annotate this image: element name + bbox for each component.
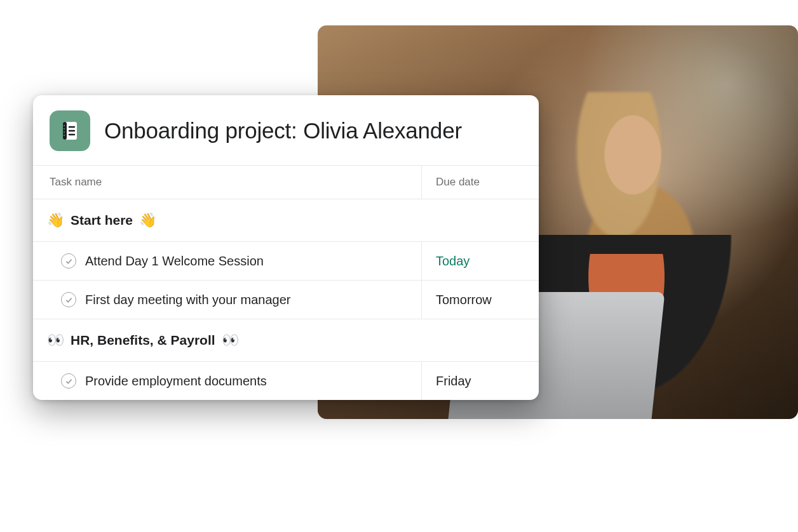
check-circle-icon[interactable]	[61, 253, 76, 269]
wave-emoji: 👋	[139, 212, 156, 229]
section-title: Start here	[71, 213, 133, 228]
notebook-icon	[59, 120, 81, 142]
project-icon	[50, 110, 90, 151]
eyes-emoji: 👀	[47, 332, 64, 349]
svg-point-8	[64, 135, 65, 136]
svg-rect-1	[63, 122, 67, 140]
task-name: Attend Day 1 Welcome Session	[85, 254, 264, 269]
task-name: Provide employment documents	[85, 374, 267, 389]
section-header-start-here[interactable]: 👋 Start here 👋	[33, 199, 539, 242]
task-row[interactable]: Attend Day 1 Welcome Session Today	[33, 242, 539, 281]
project-title: Onboarding project: Olivia Alexander	[104, 118, 462, 143]
column-headers-row: Task name Due date	[33, 165, 539, 199]
column-header-task-name[interactable]: Task name	[33, 166, 421, 199]
eyes-emoji: 👀	[222, 332, 239, 349]
onboarding-project-card: Onboarding project: Olivia Alexander Tas…	[33, 95, 539, 400]
section-title: HR, Benefits, & Payroll	[71, 333, 215, 348]
task-due-date[interactable]: Today	[421, 242, 539, 280]
svg-point-5	[64, 125, 65, 126]
section-header-hr-benefits-payroll[interactable]: 👀 HR, Benefits, & Payroll 👀	[33, 319, 539, 362]
project-header: Onboarding project: Olivia Alexander	[33, 95, 539, 165]
column-header-due-date[interactable]: Due date	[421, 166, 539, 199]
task-name: First day meeting with your manager	[85, 293, 290, 307]
wave-emoji: 👋	[47, 212, 64, 229]
svg-point-6	[64, 128, 65, 130]
svg-point-7	[64, 131, 65, 133]
check-circle-icon[interactable]	[61, 373, 76, 389]
check-circle-icon[interactable]	[61, 292, 76, 307]
task-due-date[interactable]: Tomorrow	[421, 281, 539, 319]
task-row[interactable]: First day meeting with your manager Tomo…	[33, 281, 539, 319]
task-row[interactable]: Provide employment documents Friday	[33, 362, 539, 400]
task-due-date[interactable]: Friday	[421, 362, 539, 400]
